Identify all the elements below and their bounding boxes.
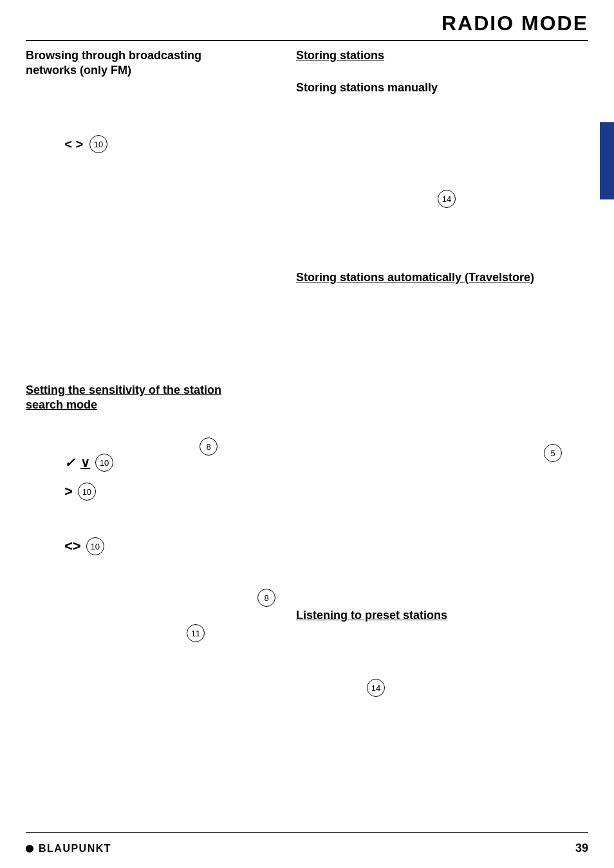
circle-10-item3: 10: [86, 537, 104, 555]
listening-heading: Listening to preset stations: [296, 608, 447, 623]
circle-8-item1: 8: [200, 438, 218, 456]
page-title: RADIO MODE: [442, 12, 588, 35]
storing-heading: Storing stations: [296, 48, 384, 63]
circle-14-second: 14: [367, 679, 385, 697]
blaupunkt-logo: BLAUPUNKT: [26, 843, 111, 854]
item3-row: <> 10: [64, 537, 104, 555]
circle-10-item1: 10: [95, 454, 113, 472]
v-symbol: ∨: [80, 455, 90, 470]
footer: BLAUPUNKT 39: [26, 842, 588, 855]
circle-8-item4: 8: [257, 589, 275, 607]
page-number: 39: [575, 842, 588, 855]
right-angle-symbol: >: [64, 483, 73, 500]
left-arrow-symbol: < >: [64, 137, 83, 152]
manually-heading: Storing stations manually: [296, 80, 438, 95]
browse-arrows: < > 10: [64, 135, 107, 153]
circle-10-item2: 10: [78, 483, 96, 501]
auto-heading: Storing stations automatically (Travelst…: [296, 270, 554, 285]
item2-row: > 10: [64, 483, 96, 501]
logo-dot: [26, 845, 33, 853]
check-symbol: ✓: [64, 455, 75, 470]
item1-row: ✓ ∨ 10: [64, 454, 113, 472]
circle-14-first: 14: [438, 190, 456, 208]
circle-11: 11: [187, 624, 205, 642]
circle-5: 5: [544, 444, 562, 462]
browse-heading: Browsing through broadcasting networks (…: [26, 48, 238, 78]
angle-brackets-symbol: <>: [64, 538, 81, 555]
sensitivity-heading: Setting the sensitivity of the station s…: [26, 383, 238, 413]
brand-name: BLAUPUNKT: [39, 843, 111, 854]
top-divider: [26, 40, 588, 41]
footer-divider: [26, 832, 588, 833]
circle-10-browse: 10: [89, 135, 107, 153]
blue-tab: [600, 122, 614, 199]
